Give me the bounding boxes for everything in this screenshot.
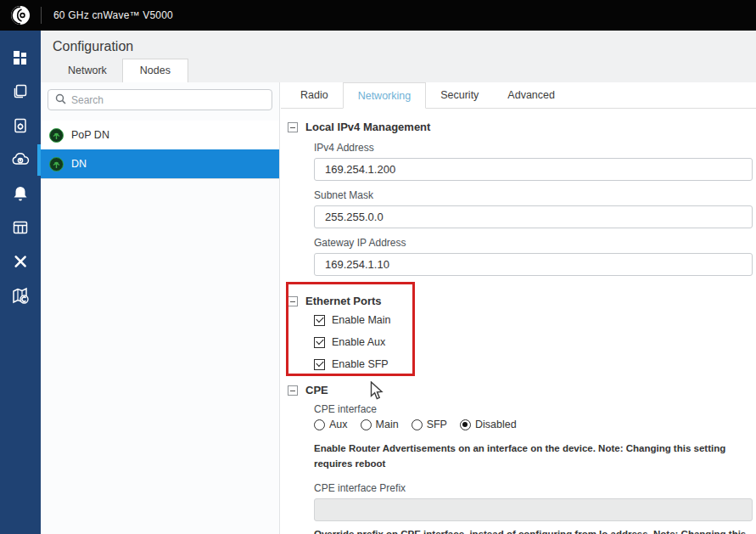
tab-advanced[interactable]: Advanced [493,82,569,108]
top-app-bar: 60 GHz cnWave™ V5000 [0,0,756,31]
network-nodes-tabs: Network Nodes [53,59,188,82]
sidebar-item-topology[interactable] [0,75,41,109]
left-nav-sidebar [0,31,41,534]
radio-icon[interactable] [361,419,372,430]
cambium-logo[interactable] [0,5,41,25]
node-name: PoP DN [71,129,109,141]
maps-icon [11,286,30,305]
tab-network[interactable]: Network [53,59,122,82]
radio-icon[interactable] [412,419,423,430]
cpe-prefix-label: CPE interface Prefix [314,482,753,494]
dashboard-icon [12,49,29,66]
radio-aux[interactable]: Aux [314,419,348,430]
section-title: Local IPv4 Management [305,121,430,133]
gateway-ip-field[interactable] [314,253,753,276]
enable-main-checkbox-row[interactable]: Enable Main [314,314,756,326]
cpe-interface-radio-group: Aux Main SFP Disabled [314,419,753,430]
search-input[interactable] [71,94,265,106]
page-title: Configuration [53,39,133,54]
radio-main[interactable]: Main [361,419,399,430]
node-search-box[interactable] [48,89,272,110]
sidebar-item-maps[interactable] [0,278,41,312]
software-update-icon [11,151,30,168]
collapse-icon[interactable] [288,385,298,396]
checkbox-label: Enable Aux [332,336,385,348]
collapse-icon[interactable] [288,122,298,132]
node-list: PoP DN DN [41,121,279,179]
node-row-pop-dn[interactable]: PoP DN [41,121,279,149]
cpe-prefix-note: Override prefix on CPE interface, instea… [314,526,753,534]
subnet-mask-label: Subnet Mask [314,189,753,201]
section-title: Ethernet Ports [305,295,382,307]
tab-nodes[interactable]: Nodes [122,59,188,82]
cpe-prefix-field[interactable] [314,498,753,521]
sidebar-item-software-update[interactable] [0,143,41,177]
checkbox-checked-icon[interactable] [314,315,325,326]
section-ethernet-ports: Ethernet Ports Enable Main Enable Aux En… [288,295,756,370]
page-header: Configuration Network Nodes [41,31,756,82]
gateway-ip-label: Gateway IP Address [314,237,753,249]
router-advertisements-note: Enable Router Advertisements on an inter… [314,441,753,472]
ipv4-address-label: IPv4 Address [314,142,753,154]
topology-icon [12,83,29,100]
section-title: CPE [305,384,328,396]
sidebar-item-tools[interactable] [0,245,41,278]
radio-selected-icon[interactable] [460,419,471,430]
notifications-icon [13,185,28,202]
cpe-interface-label: CPE interface [314,403,753,415]
tab-networking[interactable]: Networking [343,82,427,109]
statistics-icon [12,219,29,236]
sidebar-item-configuration[interactable] [0,109,41,143]
topbar-divider [41,7,42,24]
sidebar-active-indicator [37,144,41,176]
radio-disabled[interactable]: Disabled [460,419,517,430]
sidebar-item-notifications[interactable] [0,177,41,211]
sidebar-item-dashboard[interactable] [0,41,41,75]
node-name: DN [71,158,87,170]
node-status-icon [49,157,64,171]
subnet-mask-field[interactable] [314,205,753,228]
section-local-ipv4: Local IPv4 Management IPv4 Address Subne… [288,121,756,276]
checkbox-label: Enable Main [332,314,391,326]
section-cpe: CPE CPE interface Aux Main SFP [288,384,756,534]
search-icon [55,93,66,108]
config-tabs: Radio Networking Security Advanced [281,82,756,109]
enable-sfp-checkbox-row[interactable]: Enable SFP [314,358,756,370]
tools-icon [12,253,29,270]
checkbox-label: Enable SFP [332,358,389,370]
collapse-icon[interactable] [288,296,298,306]
node-row-dn[interactable]: DN [41,149,279,178]
checkbox-checked-icon[interactable] [314,359,325,370]
node-list-panel: PoP DN DN [41,82,280,534]
ipv4-address-field[interactable] [314,158,753,181]
node-status-icon [49,128,64,143]
node-config-content: Radio Networking Security Advanced Local… [281,82,756,534]
enable-aux-checkbox-row[interactable]: Enable Aux [314,336,756,348]
checkbox-checked-icon[interactable] [314,337,325,348]
sidebar-item-statistics[interactable] [0,211,41,245]
radio-icon[interactable] [314,419,325,430]
configuration-icon [12,117,29,134]
tab-radio[interactable]: Radio [286,82,343,108]
product-name: 60 GHz cnWave™ V5000 [53,9,173,21]
tab-security[interactable]: Security [426,82,493,108]
radio-sfp[interactable]: SFP [412,419,447,430]
